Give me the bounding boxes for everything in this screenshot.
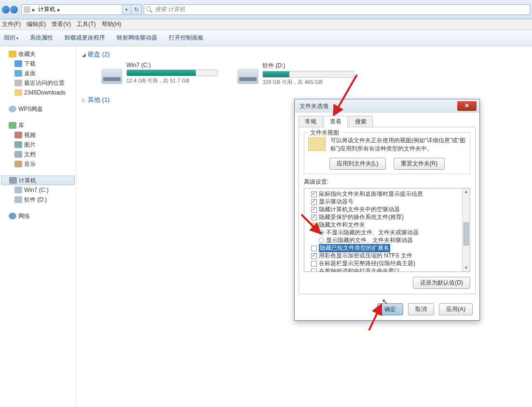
- nav-back-button[interactable]: [2, 6, 10, 14]
- folder-icon: [14, 89, 22, 96]
- toolbar-organize[interactable]: 组织: [4, 34, 18, 42]
- checkbox-icon[interactable]: [311, 191, 317, 197]
- toolbar-map-drive[interactable]: 映射网络驱动器: [117, 34, 157, 42]
- music-icon: [14, 161, 22, 167]
- menu-help[interactable]: 帮助(H): [102, 20, 122, 28]
- sidebar-videos[interactable]: 视频: [0, 130, 76, 140]
- titlebar: ▸ 计算机 ▸ ▾ ↻ 搜索 计算机: [0, 0, 532, 19]
- sidebar-music[interactable]: 音乐: [0, 159, 76, 169]
- tab-view[interactable]: 查看: [324, 116, 348, 127]
- adv-item[interactable]: 用彩色显示加密或压缩的 NTFS 文件: [305, 252, 469, 260]
- checkbox-icon[interactable]: [311, 269, 317, 272]
- restore-defaults-button[interactable]: 还原为默认值(D): [413, 277, 470, 289]
- sidebar-drive-d[interactable]: 软件 (D:): [0, 195, 76, 204]
- adv-item-group: 隐藏文件和文件夹: [305, 221, 469, 229]
- tab-search[interactable]: 搜索: [349, 116, 373, 127]
- sidebar-desktop[interactable]: 桌面: [0, 68, 76, 78]
- folder-options-dialog: 文件夹选项 ✕ 常规 查看 搜索 文件夹视图 可以将该文件夹正在使用的视图(例如…: [294, 99, 480, 321]
- download-icon: [14, 60, 22, 67]
- dialog-title: 文件夹选项: [300, 102, 328, 110]
- group-header-disks[interactable]: ◢硬盘 (2): [82, 50, 526, 59]
- nav-forward-button[interactable]: [10, 6, 18, 14]
- drive-icon: [101, 68, 123, 84]
- adv-item[interactable]: 在单独的进程中打开文件夹窗口: [305, 268, 469, 272]
- cancel-button[interactable]: 取消: [408, 303, 434, 315]
- menubar: 文件(F) 编辑(E) 查看(V) 工具(T) 帮助(H): [0, 19, 532, 30]
- dialog-titlebar[interactable]: 文件夹选项 ✕: [295, 99, 479, 113]
- apply-to-folders-button[interactable]: 应用到文件夹(L): [329, 158, 386, 170]
- drive-c[interactable]: Win7 (C:) 12.4 GB 可用，共 51.7 GB: [101, 62, 218, 86]
- radio-icon[interactable]: [319, 230, 324, 235]
- checkbox-icon[interactable]: [311, 253, 317, 259]
- drive-icon: [14, 187, 22, 193]
- sidebar: 收藏夹 下载 桌面 最近访问的位置 2345Downloads WPS网盘 库 …: [0, 46, 76, 407]
- menu-edit[interactable]: 编辑(E): [27, 20, 46, 28]
- drive-d-stats: 328 GB 可用，共 465 GB: [262, 79, 354, 86]
- adv-item[interactable]: 不显示隐藏的文件、文件夹或驱动器: [305, 229, 469, 237]
- menu-file[interactable]: 文件(F): [2, 20, 21, 28]
- adv-item[interactable]: 显示隐藏的文件、文件夹和驱动器: [305, 237, 469, 244]
- checkbox-icon[interactable]: [311, 199, 317, 205]
- advanced-settings-list[interactable]: 鼠标指向文件夹和桌面项时显示提示信息 显示驱动器号 隐藏计算机文件夹中的空驱动器…: [304, 188, 470, 272]
- sidebar-computer[interactable]: 计算机: [1, 176, 75, 185]
- adv-item-hide-extensions[interactable]: 隐藏已知文件类型的扩展名: [305, 244, 469, 252]
- toolbar-system-properties[interactable]: 系统属性: [30, 34, 53, 42]
- radio-icon[interactable]: [319, 238, 324, 243]
- document-icon: [14, 151, 22, 158]
- advanced-settings-label: 高级设置:: [304, 178, 470, 186]
- sidebar-favorites[interactable]: 收藏夹: [0, 49, 76, 59]
- scrollbar[interactable]: ▲ ▼: [462, 189, 470, 271]
- sidebar-wps[interactable]: WPS网盘: [0, 104, 76, 114]
- folder-view-description: 可以将该文件夹正在使用的视图(例如“详细信息”或“图标”)应用到所有有这种类型的…: [330, 136, 466, 153]
- checkbox-icon[interactable]: [311, 207, 317, 213]
- apply-button[interactable]: 应用(A): [439, 303, 473, 315]
- breadcrumb-item[interactable]: 计算机: [38, 5, 55, 14]
- dialog-close-button[interactable]: ✕: [457, 101, 477, 111]
- dialog-tabs: 常规 查看 搜索: [295, 113, 479, 127]
- network-icon: [9, 213, 16, 219]
- folder-view-groupbox: 文件夹视图 可以将该文件夹正在使用的视图(例如“详细信息”或“图标”)应用到所有…: [304, 132, 470, 174]
- reset-folders-button[interactable]: 重置文件夹(R): [394, 158, 445, 170]
- sidebar-documents[interactable]: 文档: [0, 149, 76, 159]
- address-bar[interactable]: ▸ 计算机 ▸: [21, 4, 123, 15]
- computer-icon: [9, 177, 17, 184]
- sidebar-recent[interactable]: 最近访问的位置: [0, 78, 76, 88]
- sidebar-downloads[interactable]: 下载: [0, 59, 76, 68]
- search-input[interactable]: 搜索 计算机: [144, 4, 530, 15]
- folder-view-label: 文件夹视图: [308, 129, 341, 137]
- toolbar-uninstall[interactable]: 卸载或更改程序: [65, 34, 105, 42]
- dialog-footer: 确定 取消 应用(A): [295, 298, 479, 320]
- address-dropdown[interactable]: ▾: [123, 4, 131, 15]
- adv-item[interactable]: 显示驱动器号: [305, 198, 469, 206]
- checkbox-icon[interactable]: [311, 261, 317, 267]
- checkbox-icon[interactable]: [311, 245, 317, 251]
- tab-general[interactable]: 常规: [299, 116, 323, 127]
- library-icon: [9, 122, 16, 129]
- drive-c-name: Win7 (C:): [126, 62, 218, 68]
- sidebar-drive-c[interactable]: Win7 (C:): [0, 185, 76, 195]
- drive-d[interactable]: 软件 (D:) 328 GB 可用，共 465 GB: [237, 62, 354, 86]
- sidebar-pictures[interactable]: 图片: [0, 140, 76, 149]
- scroll-thumb[interactable]: [464, 222, 469, 245]
- adv-item[interactable]: 隐藏计算机文件夹中的空驱动器: [305, 206, 469, 214]
- toolbar-control-panel[interactable]: 打开控制面板: [169, 34, 204, 42]
- drive-icon: [14, 196, 22, 203]
- search-icon: [146, 6, 153, 13]
- adv-item[interactable]: 隐藏受保护的操作系统文件(推荐): [305, 214, 469, 221]
- sidebar-network[interactable]: 网络: [0, 211, 76, 221]
- checkbox-icon[interactable]: [311, 215, 317, 220]
- drive-d-usage-bar: [262, 71, 354, 78]
- adv-item[interactable]: 在标题栏显示完整路径(仅限经典主题): [305, 260, 469, 268]
- picture-icon: [14, 141, 22, 148]
- scroll-down-icon[interactable]: ▼: [463, 265, 470, 271]
- menu-tools[interactable]: 工具(T): [77, 20, 95, 28]
- sidebar-libraries[interactable]: 库: [0, 121, 76, 130]
- dialog-body: 文件夹视图 可以将该文件夹正在使用的视图(例如“详细信息”或“图标”)应用到所有…: [299, 127, 476, 294]
- menu-view[interactable]: 查看(V): [52, 20, 71, 28]
- star-icon: [9, 51, 16, 57]
- scroll-up-icon[interactable]: ▲: [463, 189, 470, 195]
- sidebar-2345downloads[interactable]: 2345Downloads: [0, 88, 76, 97]
- ok-button[interactable]: 确定: [377, 303, 403, 315]
- adv-item[interactable]: 鼠标指向文件夹和桌面项时显示提示信息: [305, 190, 469, 198]
- refresh-button[interactable]: ↻: [131, 4, 142, 15]
